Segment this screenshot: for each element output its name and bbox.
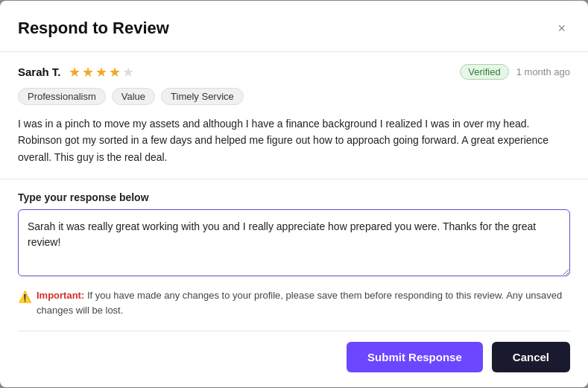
response-textarea[interactable]: Sarah it was really great working with y…: [18, 209, 570, 276]
modal-overlay: Respond to Review × Sarah T. ★ ★ ★ ★ ★ V…: [0, 0, 588, 388]
cancel-button[interactable]: Cancel: [492, 342, 570, 372]
tag-value: Value: [112, 88, 155, 105]
response-section: Type your response below Sarah it was re…: [18, 191, 570, 279]
important-label: Important:: [37, 290, 84, 301]
notice-text: Important: If you have made any changes …: [37, 288, 570, 317]
warning-icon: ⚠️: [18, 289, 32, 306]
notice-body: If you have made any changes to your pro…: [37, 290, 562, 316]
star-4: ★: [109, 64, 121, 80]
important-notice: ⚠️ Important: If you have made any chang…: [18, 288, 570, 317]
modal-footer: Submit Response Cancel: [18, 331, 570, 372]
modal-title: Respond to Review: [18, 19, 169, 38]
tag-professionalism: Professionalism: [18, 88, 106, 105]
review-text: I was in a pinch to move my assets and a…: [18, 115, 570, 165]
reviewer-row: Sarah T. ★ ★ ★ ★ ★ Verified 1 month ago: [18, 64, 570, 80]
star-2: ★: [82, 64, 94, 80]
star-rating: ★ ★ ★ ★ ★: [69, 64, 134, 80]
response-label: Type your response below: [18, 191, 570, 203]
modal-header: Respond to Review ×: [18, 19, 570, 38]
time-ago: 1 month ago: [516, 66, 570, 77]
tag-timely-service: Timely Service: [161, 88, 244, 105]
star-3: ★: [95, 64, 107, 80]
tag-list: Professionalism Value Timely Service: [18, 88, 570, 105]
header-divider: [0, 51, 588, 52]
close-button[interactable]: ×: [553, 20, 570, 36]
star-5: ★: [122, 64, 134, 80]
submit-response-button[interactable]: Submit Response: [347, 342, 483, 372]
reviewer-left: Sarah T. ★ ★ ★ ★ ★: [18, 64, 134, 80]
reviewer-name: Sarah T.: [18, 66, 61, 78]
verified-badge: Verified: [460, 64, 508, 80]
modal-dialog: Respond to Review × Sarah T. ★ ★ ★ ★ ★ V…: [0, 1, 588, 387]
reviewer-right: Verified 1 month ago: [460, 64, 570, 80]
star-1: ★: [69, 64, 80, 80]
section-divider: [0, 179, 588, 179]
